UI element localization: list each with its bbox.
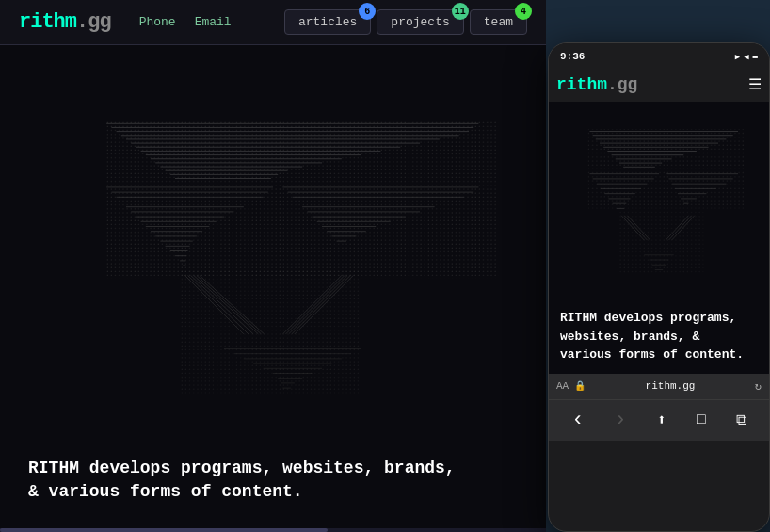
wifi-icon: ◀ (744, 52, 748, 62)
mobile-phone: 9:36 ▶ ◀ ▬ rithm .gg ☰ (548, 42, 770, 532)
mobile-content: RITHM develops programs, websites, brand… (549, 102, 769, 374)
svg-rect-104 (587, 129, 744, 208)
mobile-logo[interactable]: rithm .gg (556, 75, 637, 94)
scroll-hint (0, 528, 546, 532)
logo-tld: .gg (76, 10, 111, 34)
tab-articles-badge: 6 (359, 3, 376, 20)
tab-articles-label: articles (298, 15, 357, 29)
mobile-tagline-line3: content. (685, 347, 744, 362)
desktop-nav-links: Phone Email (139, 15, 284, 29)
desktop-ascii-logo (28, 64, 518, 438)
mobile-lock-icon: 🔒 (574, 380, 586, 392)
tagline-line1: RITHM develops programs, websites, brand… (28, 457, 456, 480)
svg-rect-66 (180, 270, 361, 393)
mobile-time: 9:36 (560, 51, 585, 62)
tab-team-badge: 4 (515, 3, 532, 20)
mobile-bookmarks-button[interactable]: □ (689, 408, 714, 432)
svg-rect-105 (619, 211, 703, 275)
mobile-browser-chrome: rithm .gg ☰ (549, 70, 769, 102)
mobile-back-button[interactable]: ‹ (564, 405, 591, 436)
desktop-nav-tabs: articles 6 projects 11 team 4 (284, 9, 527, 35)
nav-link-phone[interactable]: Phone (139, 15, 176, 29)
desktop-logo[interactable]: rithm .gg (19, 10, 111, 34)
tab-projects[interactable]: projects 11 (377, 9, 463, 35)
tab-projects-badge: 11 (452, 3, 469, 20)
mobile-tabs-button[interactable]: ⧉ (729, 408, 754, 433)
desktop-hero: RITHM develops programs, websites, brand… (0, 45, 546, 532)
nav-link-email[interactable]: Email (195, 15, 232, 29)
mobile-share-button[interactable]: ⬆ (650, 407, 674, 433)
mobile-status-bar: 9:36 ▶ ◀ ▬ (549, 43, 769, 70)
mobile-status-icons: ▶ ◀ ▬ (735, 52, 758, 62)
tab-articles[interactable]: articles 6 (284, 9, 371, 35)
mobile-aa-button[interactable]: AA (556, 380, 569, 392)
mobile-address-bar[interactable]: AA 🔒 rithm.gg ↻ (549, 374, 769, 399)
logo-pattern (28, 64, 518, 438)
desktop-tagline: RITHM develops programs, websites, brand… (28, 457, 456, 504)
mobile-hero-area (549, 102, 769, 299)
mobile-bottom-toolbar: ‹ › ⬆ □ ⧉ (549, 399, 769, 441)
battery-icon: ▬ (753, 52, 758, 61)
logo-brand: rithm (19, 10, 76, 34)
tagline-line2: & various forms of content. (28, 480, 456, 504)
mobile-logo-brand: rithm (556, 75, 607, 94)
mobile-url-display[interactable]: rithm.gg (591, 380, 749, 392)
signal-icon: ▶ (735, 52, 740, 62)
mobile-forward-button[interactable]: › (607, 405, 634, 436)
desktop-browser: rithm .gg Phone Email articles 6 project… (0, 0, 546, 532)
mobile-refresh-icon[interactable]: ↻ (755, 379, 762, 394)
scroll-thumb (0, 528, 328, 532)
tab-team-label: team (484, 15, 513, 29)
tab-team[interactable]: team 4 (470, 9, 527, 35)
mobile-nav-bar: rithm .gg ☰ (556, 73, 762, 96)
mobile-tagline: RITHM develops programs, websites, brand… (549, 299, 769, 374)
mobile-menu-icon[interactable]: ☰ (748, 75, 762, 94)
mobile-logo-tld: .gg (607, 75, 637, 94)
svg-rect-65 (106, 121, 498, 278)
tab-projects-label: projects (391, 15, 449, 29)
desktop-nav: rithm .gg Phone Email articles 6 project… (0, 0, 546, 45)
